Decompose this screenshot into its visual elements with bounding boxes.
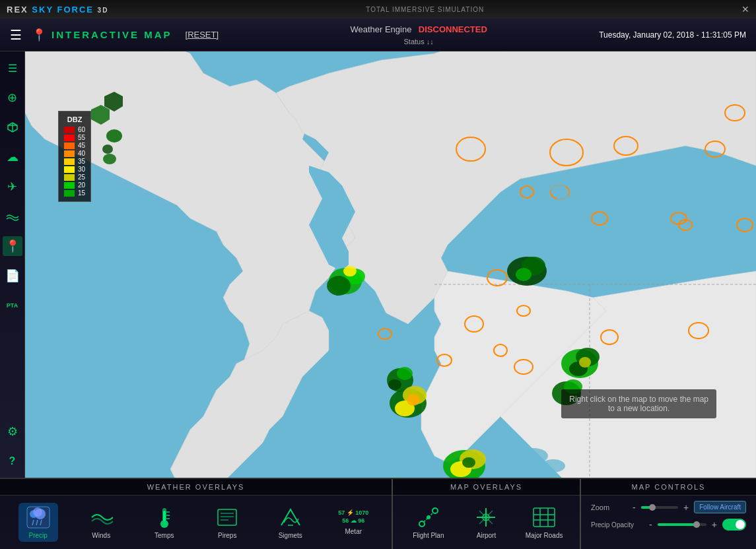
sigmets-icon bbox=[279, 505, 302, 529]
map-controls-content: Zoom - + Follow Aircraft Precip Opacity … bbox=[581, 496, 756, 549]
precip-opacity-label: Precip Opacity bbox=[591, 521, 644, 529]
svg-point-12 bbox=[516, 268, 532, 281]
svg-point-57 bbox=[520, 205, 538, 216]
weather-overlays-header: WEATHER OVERLAYS bbox=[0, 479, 392, 496]
precip-opacity-thumb[interactable] bbox=[693, 521, 700, 528]
svg-point-27 bbox=[579, 357, 591, 368]
dbz-entry: 40 bbox=[64, 150, 85, 157]
flight-plan-label: Flight Plan bbox=[413, 532, 444, 539]
overlay-metar[interactable]: 57 ⚡ 107056 ☁ 96 Metar bbox=[333, 509, 373, 534]
precip-opacity-toggle[interactable] bbox=[722, 519, 746, 531]
overlay-precip[interactable]: Precip bbox=[18, 503, 58, 542]
overlay-airport[interactable]: Airport bbox=[466, 505, 506, 539]
zoom-minus[interactable]: - bbox=[633, 502, 636, 513]
svg-rect-73 bbox=[218, 509, 236, 525]
metar-label: Metar bbox=[345, 528, 362, 535]
weather-sub: Status ↓↓ bbox=[404, 38, 434, 46]
header: ☰ 📍 INTERACTIVE MAP [RESET] Weather Engi… bbox=[0, 18, 756, 51]
overlay-major-roads[interactable]: Major Roads bbox=[524, 505, 564, 539]
sidebar-item-plane[interactable]: ✈ bbox=[3, 177, 22, 197]
dbz-entry: 30 bbox=[64, 166, 85, 173]
overlay-winds[interactable]: Winds bbox=[81, 505, 121, 539]
follow-aircraft-button[interactable]: Follow Aircraft bbox=[694, 501, 746, 513]
zoom-plus[interactable]: + bbox=[683, 502, 689, 513]
temps-label: Temps bbox=[155, 532, 174, 539]
weather-engine-label: Weather Engine bbox=[350, 24, 411, 34]
major-roads-label: Major Roads bbox=[526, 532, 563, 539]
svg-point-9 bbox=[343, 266, 357, 276]
flight-plan-icon bbox=[417, 505, 440, 529]
weather-status: DISCONNECTED bbox=[419, 24, 487, 34]
svg-point-14 bbox=[397, 367, 413, 380]
map-hint: Right click on the map to move the map t… bbox=[561, 389, 716, 418]
map-controls-header: MAP CONTROLS bbox=[581, 479, 756, 496]
sidebar-item-doc[interactable]: 📄 bbox=[3, 266, 22, 286]
sidebar-item-crosshair[interactable]: ⊕ bbox=[3, 88, 22, 108]
sidebar-item-clouds[interactable]: ☁ bbox=[3, 147, 22, 167]
precip-opacity-fill bbox=[658, 523, 697, 526]
zoom-track[interactable] bbox=[641, 506, 678, 509]
dbz-title: DBZ bbox=[64, 115, 85, 123]
precip-opacity-minus[interactable]: - bbox=[649, 519, 652, 530]
menu-icon[interactable]: ☰ bbox=[10, 27, 22, 43]
titlebar: REX SKY FORCE 3D TOTAL IMMERSIVE SIMULAT… bbox=[0, 0, 756, 18]
map-area[interactable]: DBZ 605545403530252015 Right click on th… bbox=[25, 51, 756, 478]
dbz-legend: DBZ 605545403530252015 bbox=[58, 111, 91, 202]
major-roads-icon bbox=[532, 505, 556, 529]
titlebar-logo: REX SKY FORCE 3D bbox=[7, 5, 108, 15]
winds-icon bbox=[89, 505, 113, 529]
precip-opacity-plus[interactable]: + bbox=[712, 519, 717, 530]
overlay-temps[interactable]: Temps bbox=[145, 505, 184, 539]
dbz-entry: 20 bbox=[64, 181, 85, 189]
winds-label: Winds bbox=[92, 532, 110, 539]
svg-point-19 bbox=[407, 394, 420, 406]
sidebar-item-pta[interactable]: PTA bbox=[3, 296, 22, 315]
dbz-entry: 45 bbox=[64, 142, 85, 149]
sidebar-item-waves[interactable] bbox=[3, 207, 22, 226]
dbz-entries: 605545403530252015 bbox=[64, 126, 85, 197]
precip-opacity-row: Precip Opacity - + bbox=[591, 519, 746, 531]
pireps-label: Pireps bbox=[218, 532, 236, 539]
dbz-entry: 35 bbox=[64, 158, 85, 165]
svg-point-55 bbox=[540, 180, 567, 191]
pireps-icon bbox=[215, 505, 239, 529]
precip-opacity-track[interactable] bbox=[658, 523, 706, 526]
svg-point-15 bbox=[388, 379, 401, 390]
reset-button[interactable]: [RESET] bbox=[186, 30, 219, 40]
overlay-sigmets[interactable]: Sigmets bbox=[271, 505, 310, 539]
titlebar-subtitle: TOTAL IMMERSIVE SIMULATION bbox=[366, 6, 484, 13]
sidebar-item-help[interactable]: ? bbox=[3, 451, 22, 471]
map-overlays: MAP OVERLAYS Flight Plan bbox=[393, 479, 581, 549]
map-controls: MAP CONTROLS Zoom - + Follow Aircraft Pr… bbox=[581, 479, 756, 549]
precip-label: Precip bbox=[29, 532, 48, 539]
sidebar-item-pin[interactable]: 📍 bbox=[3, 236, 22, 256]
svg-point-31 bbox=[102, 145, 113, 154]
toggle-knob bbox=[736, 520, 745, 529]
zoom-row: Zoom - + Follow Aircraft bbox=[591, 501, 746, 513]
dbz-entry: 55 bbox=[64, 134, 85, 141]
map-hint-line1: Right click on the map to move the map bbox=[569, 395, 708, 404]
svg-point-59 bbox=[541, 459, 565, 472]
dbz-entry: 25 bbox=[64, 174, 85, 181]
sidebar-item-cube[interactable] bbox=[3, 117, 22, 137]
airport-icon bbox=[474, 505, 498, 529]
temps-icon bbox=[153, 505, 176, 529]
map-overlays-icons: Flight Plan Airport bbox=[393, 496, 580, 549]
map-overlays-header: MAP OVERLAYS bbox=[393, 479, 580, 496]
bottom-panel: WEATHER OVERLAYS bbox=[0, 478, 756, 549]
svg-point-56 bbox=[557, 194, 570, 203]
precip-icon bbox=[26, 505, 51, 529]
zoom-thumb[interactable] bbox=[649, 504, 656, 511]
sidebar-item-settings[interactable]: ⚙ bbox=[3, 422, 22, 441]
overlay-pireps[interactable]: Pireps bbox=[207, 505, 247, 539]
svg-rect-69 bbox=[163, 511, 166, 521]
close-button[interactable]: ✕ bbox=[741, 4, 749, 15]
svg-point-23 bbox=[462, 457, 475, 468]
weather-engine: Weather Engine DISCONNECTED Status ↓↓ bbox=[238, 23, 599, 47]
svg-point-30 bbox=[106, 129, 122, 143]
map-hint-line2: to a new location. bbox=[608, 404, 670, 413]
airport-label: Airport bbox=[477, 532, 496, 539]
overlay-flight-plan[interactable]: Flight Plan bbox=[409, 505, 448, 539]
header-datetime: Tuesday, January 02, 2018 - 11:31:05 PM bbox=[599, 30, 746, 40]
sidebar-item-menu[interactable]: ☰ bbox=[3, 58, 22, 78]
